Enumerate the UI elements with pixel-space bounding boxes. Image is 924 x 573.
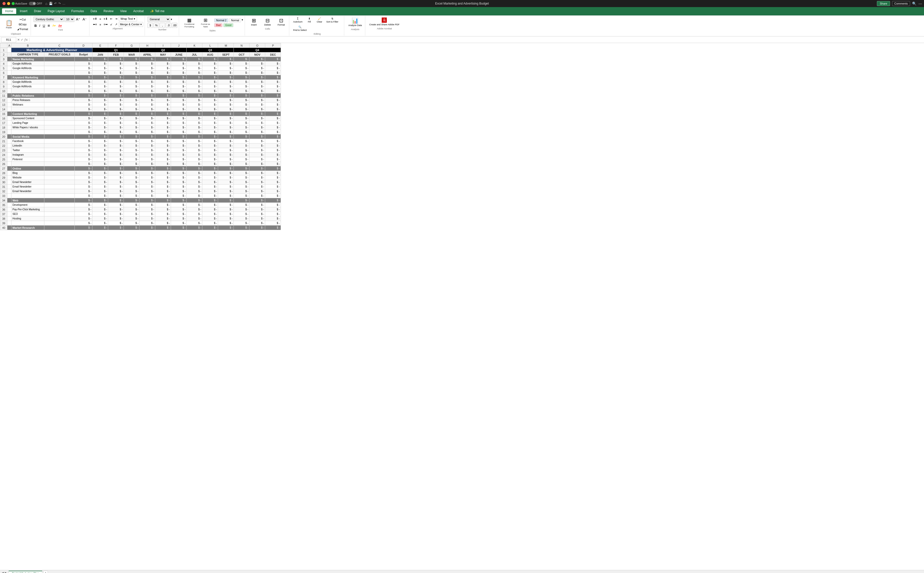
fill-button[interactable]: ⬇ Fill — [305, 16, 314, 24]
col-header-h[interactable]: H — [140, 43, 155, 48]
conditional-formatting-button[interactable]: ▦ Conditional Formatting — [182, 16, 197, 29]
col-header-m[interactable]: M — [218, 43, 234, 48]
col-header-a[interactable]: A — [7, 43, 11, 48]
col-header-b[interactable]: B — [11, 43, 44, 48]
insert-button[interactable]: ⊞ Insert — [248, 16, 260, 27]
tab-home[interactable]: Home — [2, 8, 16, 14]
scroll-tabs-right-button[interactable]: ▶ — [5, 571, 8, 573]
comments-button[interactable]: Comments — [892, 1, 910, 6]
format-as-table-button[interactable]: ⊞ Format as Table — [198, 16, 213, 29]
decrease-font-button[interactable]: A⁻ — [82, 17, 88, 22]
format-painter-button[interactable]: 🖌 Format — [16, 27, 29, 31]
align-center-button[interactable]: ≡ — [99, 22, 102, 27]
fill-color-button[interactable]: A▾ — [52, 23, 57, 28]
font-color-button[interactable]: A▾ — [57, 23, 63, 28]
delete-button[interactable]: ⊟ Delete — [261, 16, 274, 27]
increase-indent-button[interactable]: ⇥ — [114, 17, 118, 21]
currency-button[interactable]: $ — [147, 23, 153, 28]
tab-view[interactable]: View — [117, 8, 130, 14]
paste-button[interactable]: 📋 Paste — [3, 19, 15, 30]
font-size-select[interactable]: 10 — [64, 16, 74, 22]
font-name-select[interactable]: Century Gothic — [33, 16, 64, 22]
home-icon[interactable]: ⌂ — [45, 2, 47, 6]
tab-acrobat[interactable]: Acrobat — [130, 8, 147, 14]
formula-function-icon[interactable]: ƒx — [24, 38, 28, 42]
underline-button[interactable]: U — [42, 23, 46, 28]
align-right-button[interactable]: ≡➡ — [103, 22, 108, 27]
maximize-button[interactable] — [12, 2, 15, 5]
bold-button[interactable]: B — [33, 23, 38, 28]
col-header-k[interactable]: K — [187, 43, 202, 48]
align-top-right-button[interactable]: ≡⬇ — [103, 17, 108, 21]
copy-button[interactable]: ⧉ Copy — [16, 22, 29, 27]
tab-insert[interactable]: Insert — [17, 8, 30, 14]
style-normal[interactable]: Normal — [229, 19, 241, 22]
search-icon[interactable]: 🔍 — [912, 2, 916, 6]
col-header-f[interactable]: F — [108, 43, 124, 48]
number-format-select[interactable]: General — [147, 16, 170, 22]
wrap-text-button[interactable]: Wrap Text ▾ — [119, 16, 137, 21]
style-normal2[interactable]: Normal 2 — [214, 19, 228, 22]
save-icon[interactable]: 💾 — [49, 2, 53, 5]
col-header-d[interactable]: D — [75, 43, 93, 48]
italic-button[interactable]: I — [38, 23, 41, 28]
formula-close-icon[interactable]: ✕ — [17, 38, 20, 42]
align-top-center-button[interactable]: ≡ — [99, 17, 102, 21]
col-header-l[interactable]: L — [202, 43, 218, 48]
sheet-tab-digital-marketing-plan[interactable]: Digital Marketing Plan — [9, 571, 42, 573]
align-top-left-button[interactable]: ≡⬆ — [92, 17, 98, 21]
col-header-o[interactable]: O — [249, 43, 265, 48]
share-button[interactable]: Share — [877, 1, 890, 6]
title-cell[interactable]: Marketing & Advertising Planner — [11, 48, 93, 52]
tab-review[interactable]: Review — [100, 8, 116, 14]
more-icon[interactable]: … — [62, 2, 65, 5]
outdent-button[interactable]: ↙ — [109, 22, 113, 27]
clear-button[interactable]: 🧹 Clear — [315, 16, 324, 24]
scroll-tabs-left-button[interactable]: ◀ — [1, 571, 4, 573]
tab-data[interactable]: Data — [87, 8, 100, 14]
style-bad[interactable]: Bad — [214, 23, 223, 27]
col-header-e[interactable]: E — [93, 43, 108, 48]
align-left-button[interactable]: ⬅≡ — [92, 22, 98, 27]
redo-icon[interactable]: ↷ — [58, 2, 61, 5]
tab-page-layout[interactable]: Page Layout — [45, 8, 67, 14]
increase-font-button[interactable]: A⁺ — [75, 17, 81, 22]
col-header-i[interactable]: I — [155, 43, 171, 48]
percent-button[interactable]: % — [154, 23, 159, 28]
increase-decimal-button[interactable]: .00 — [172, 23, 177, 28]
minimize-window-icon[interactable]: — — [918, 2, 922, 6]
autosum-button[interactable]: Σ AutoSum — [292, 16, 304, 24]
decrease-indent-button[interactable]: ⇤ — [109, 17, 113, 21]
indent-button[interactable]: ↗ — [114, 22, 118, 27]
create-adobe-pdf-button[interactable]: 🅰 Create and Share Adobe PDF — [368, 16, 401, 27]
col-header-g[interactable]: G — [124, 43, 140, 48]
undo-icon[interactable]: ↶ — [54, 2, 57, 5]
style-good[interactable]: Good — [223, 23, 233, 27]
number-format-dropdown-icon[interactable]: ▾ — [171, 18, 172, 21]
border-button[interactable]: ⊞ — [47, 23, 51, 28]
sort-filter-button[interactable]: ⇅ Sort & Filter — [325, 16, 340, 24]
add-sheet-button[interactable]: + — [43, 571, 48, 573]
col-header-j[interactable]: J — [171, 43, 187, 48]
formula-check-icon[interactable]: ✓ — [21, 38, 23, 42]
find-select-button[interactable]: 🔍 Find & Select — [292, 25, 308, 32]
tab-formulas[interactable]: Formulas — [68, 8, 87, 14]
styles-more-icon[interactable]: ▾ — [242, 18, 243, 22]
tab-tell-me[interactable]: ✨ Tell me — [147, 8, 168, 14]
col-header-p[interactable]: P — [265, 43, 281, 48]
cell-reference-input[interactable] — [1, 37, 16, 42]
comma-button[interactable]: , — [160, 23, 165, 28]
autosave-toggle[interactable]: OFF — [29, 2, 42, 5]
format-button[interactable]: ⊡ Format — [275, 16, 287, 27]
decrease-decimal-button[interactable]: .0 — [166, 23, 171, 28]
formula-input[interactable] — [31, 37, 923, 42]
close-button[interactable] — [3, 2, 6, 5]
merge-center-button[interactable]: Merge & Center ▾ — [119, 22, 143, 27]
analyze-data-button[interactable]: 📊 Analyze Data — [347, 16, 364, 28]
tab-draw[interactable]: Draw — [31, 8, 44, 14]
cut-button[interactable]: ✂ Cut — [16, 17, 29, 22]
minimize-button[interactable] — [7, 2, 10, 5]
col-header-n[interactable]: N — [234, 43, 249, 48]
col-header-c[interactable]: C — [44, 43, 75, 48]
spreadsheet-scroll[interactable]: A B C D E F G H I J K L M N O P — [0, 43, 924, 570]
